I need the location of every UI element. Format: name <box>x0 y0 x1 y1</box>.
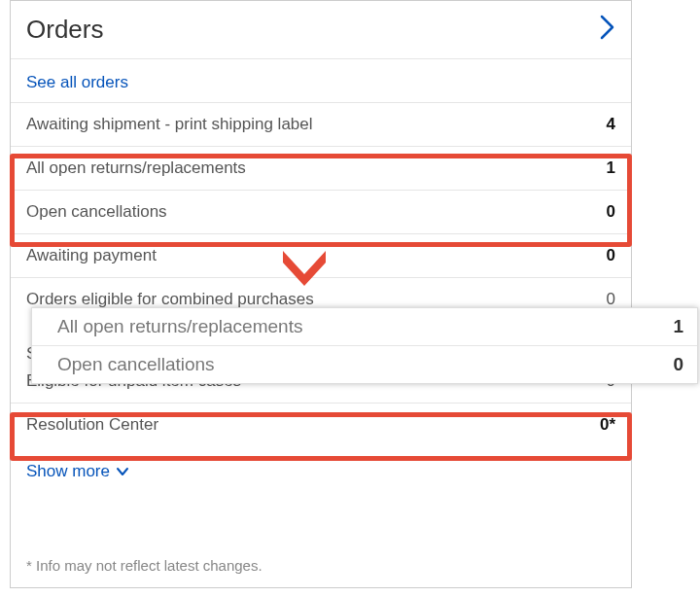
footnote-text: * Info may not reflect latest changes. <box>26 557 262 574</box>
row-label: Resolution Center <box>26 415 158 435</box>
row-open-cancellations[interactable]: Open cancellations 0 <box>11 190 631 233</box>
callout-label: Open cancellations <box>57 354 215 375</box>
show-more-link[interactable]: Show more <box>11 446 631 489</box>
row-open-returns[interactable]: All open returns/replacements 1 <box>11 146 631 190</box>
see-all-orders-link[interactable]: See all orders <box>26 73 128 91</box>
callout-row-open-cancellations[interactable]: Open cancellations 0 <box>32 345 697 383</box>
orders-title: Orders <box>26 15 103 45</box>
row-label: Awaiting payment <box>26 246 157 265</box>
row-count: 0 <box>607 202 615 222</box>
row-awaiting-payment[interactable]: Awaiting payment 0 <box>11 233 631 277</box>
row-count: 0* <box>600 415 615 435</box>
row-resolution-center[interactable]: Resolution Center 0* <box>11 403 631 446</box>
callout-row-open-returns[interactable]: All open returns/replacements 1 <box>32 308 697 345</box>
callout-count: 1 <box>673 316 683 337</box>
chevron-down-icon <box>116 464 129 479</box>
row-count: 1 <box>607 158 615 178</box>
row-label: Awaiting shipment - print shipping label <box>26 115 313 134</box>
callout-count: 0 <box>673 354 683 375</box>
orders-header[interactable]: Orders <box>11 1 631 59</box>
orders-panel: Orders See all orders Awaiting shipment … <box>10 0 632 588</box>
links-area: See all orders <box>11 59 631 102</box>
row-count: 0 <box>607 290 615 309</box>
callout-popover: All open returns/replacements 1 Open can… <box>31 307 698 384</box>
row-label: Orders eligible for combined purchases <box>26 290 314 309</box>
row-label: All open returns/replacements <box>26 158 246 178</box>
row-count: 0 <box>607 246 615 265</box>
row-label: Open cancellations <box>26 202 167 222</box>
row-count: 4 <box>607 115 615 134</box>
row-awaiting-shipment[interactable]: Awaiting shipment - print shipping label… <box>11 102 631 146</box>
callout-label: All open returns/replacements <box>57 316 302 337</box>
chevron-right-icon <box>600 15 615 45</box>
show-more-label: Show more <box>26 462 110 481</box>
